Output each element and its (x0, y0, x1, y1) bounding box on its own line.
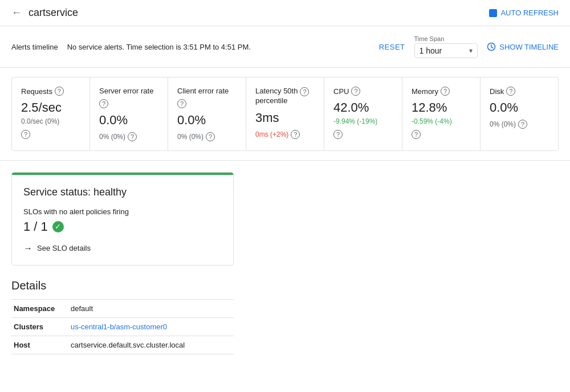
content-area: Service status: healthy SLOs with no ale… (0, 161, 570, 366)
show-timeline-button[interactable]: SHOW TIMELINE (487, 42, 559, 51)
alerts-bar: Alerts timeline No service alerts. Time … (0, 26, 570, 68)
metric-value-disk: 0.0% (490, 100, 549, 115)
table-row: Clusters us-central1-b/asm-customer0 (11, 317, 234, 336)
table-row: Namespace default (11, 299, 234, 317)
header: ← cartservice AUTO REFRESH (0, 0, 570, 26)
metric-value-cpu: 42.0% (333, 100, 393, 115)
help-icon-disk[interactable]: ? (506, 87, 515, 96)
metric-sub-memory: -0.59% (-4%) (412, 117, 471, 125)
slo-count: 1 / 1 ✓ (23, 219, 222, 234)
slo-label: SLOs with no alert policies firing (23, 207, 222, 216)
details-value-clusters[interactable]: us-central1-b/asm-customer0 (68, 317, 234, 336)
metric-title-cpu: CPU (333, 87, 349, 96)
help-icon-memory[interactable]: ? (441, 87, 450, 96)
metric-value-latency: 3ms (255, 111, 315, 125)
help-icon-cpu-2[interactable]: ? (333, 130, 343, 139)
arrow-right-icon: → (23, 243, 32, 254)
help-icon-requests[interactable]: ? (55, 87, 64, 96)
time-span-selector[interactable]: Time Span 1 hour ▾ (414, 35, 478, 58)
alerts-timeline-label: Alerts timeline (11, 43, 58, 51)
metric-card-client-error: Client error rate ? 0.0% 0% (0%) ? (168, 77, 246, 150)
table-row: Host cartservice.default.svc.cluster.loc… (11, 336, 234, 354)
metric-value-server-error: 0.0% (99, 113, 158, 128)
header-left: ← cartservice (11, 7, 78, 19)
time-span-dropdown[interactable]: 1 hour ▾ (414, 43, 478, 58)
metric-card-server-error: Server error rate ? 0.0% 0% (0%) ? (90, 77, 168, 150)
help-icon-cpu[interactable]: ? (351, 87, 360, 96)
help-icon-client-error-2[interactable]: ? (206, 132, 215, 141)
metric-card-requests: Requests ? 2.5/sec 0.0/sec (0%) ? (12, 77, 90, 150)
slo-count-value: 1 / 1 (23, 219, 48, 234)
time-span-label: Time Span (414, 35, 478, 42)
metrics-container: Requests ? 2.5/sec 0.0/sec (0%) ? Server… (0, 68, 570, 161)
details-value-host: cartservice.default.svc.cluster.local (68, 336, 234, 354)
metric-title-requests: Requests (21, 87, 52, 96)
help-icon-server-error[interactable]: ? (99, 99, 108, 108)
metric-sub-cpu: -9.94% (-19%) (333, 117, 393, 125)
metric-sub-server-error: 0% (0%) (99, 133, 125, 141)
metric-sub-latency: 0ms (+2%) (255, 130, 288, 138)
details-section: Details Namespace default Clusters us-ce… (11, 279, 559, 354)
metric-sub-requests: 0.0/sec (0%) (21, 117, 80, 125)
back-button[interactable]: ← (11, 7, 22, 19)
metric-value-requests: 2.5/sec (21, 100, 80, 115)
help-icon-latency-2[interactable]: ? (291, 130, 300, 139)
metric-title-disk: Disk (490, 87, 504, 96)
auto-refresh-icon (489, 9, 497, 17)
metric-title-client-error: Client error rate (177, 87, 229, 96)
chevron-down-icon: ▾ (469, 47, 473, 55)
metric-title-memory: Memory (412, 87, 438, 96)
auto-refresh-button[interactable]: AUTO REFRESH (489, 9, 559, 17)
show-timeline-label: SHOW TIMELINE (499, 43, 559, 51)
auto-refresh-label: AUTO REFRESH (500, 9, 559, 17)
metric-title-server-error: Server error rate (99, 87, 153, 96)
details-label-namespace: Namespace (11, 299, 68, 317)
help-icon-client-error[interactable]: ? (177, 99, 186, 108)
see-slo-label: See SLO details (37, 244, 91, 252)
details-label-host: Host (11, 336, 68, 354)
help-icon-server-error-2[interactable]: ? (128, 132, 137, 141)
alerts-message: No service alerts. Time selection is 3:5… (67, 43, 370, 51)
help-icon-latency[interactable]: ? (300, 87, 309, 96)
check-circle-icon: ✓ (52, 221, 64, 232)
details-label-clusters: Clusters (11, 317, 68, 336)
metrics-grid: Requests ? 2.5/sec 0.0/sec (0%) ? Server… (11, 77, 559, 151)
help-icon-requests-2[interactable]: ? (21, 130, 30, 139)
metric-card-memory: Memory ? 12.8% -0.59% (-4%) ? (402, 77, 481, 150)
details-title: Details (11, 279, 559, 292)
details-value-namespace: default (68, 299, 234, 317)
metric-title-latency: Latency 50thpercentile (255, 87, 298, 106)
metric-value-memory: 12.8% (412, 100, 471, 115)
metric-sub-client-error: 0% (0%) (177, 133, 203, 141)
time-span-value: 1 hour (420, 46, 442, 55)
metric-sub-disk: 0% (0%) (490, 120, 516, 128)
help-icon-disk-2[interactable]: ? (518, 120, 527, 129)
metric-card-latency: Latency 50thpercentile ? 3ms 0ms (+2%) ? (246, 77, 324, 150)
status-title: Service status: healthy (23, 186, 222, 198)
details-table: Namespace default Clusters us-central1-b… (11, 299, 234, 354)
clock-icon (487, 42, 496, 51)
status-card-body: Service status: healthy SLOs with no ale… (12, 175, 233, 265)
metric-value-client-error: 0.0% (177, 113, 237, 128)
metric-card-disk: Disk ? 0.0% 0% (0%) ? (481, 77, 558, 150)
help-icon-memory-2[interactable]: ? (412, 130, 421, 139)
metric-card-cpu: CPU ? 42.0% -9.94% (-19%) ? (324, 77, 402, 150)
page-title: cartservice (28, 7, 78, 19)
see-slo-link[interactable]: → See SLO details (23, 243, 222, 254)
reset-button[interactable]: RESET (379, 43, 405, 51)
status-card: Service status: healthy SLOs with no ale… (11, 172, 234, 266)
